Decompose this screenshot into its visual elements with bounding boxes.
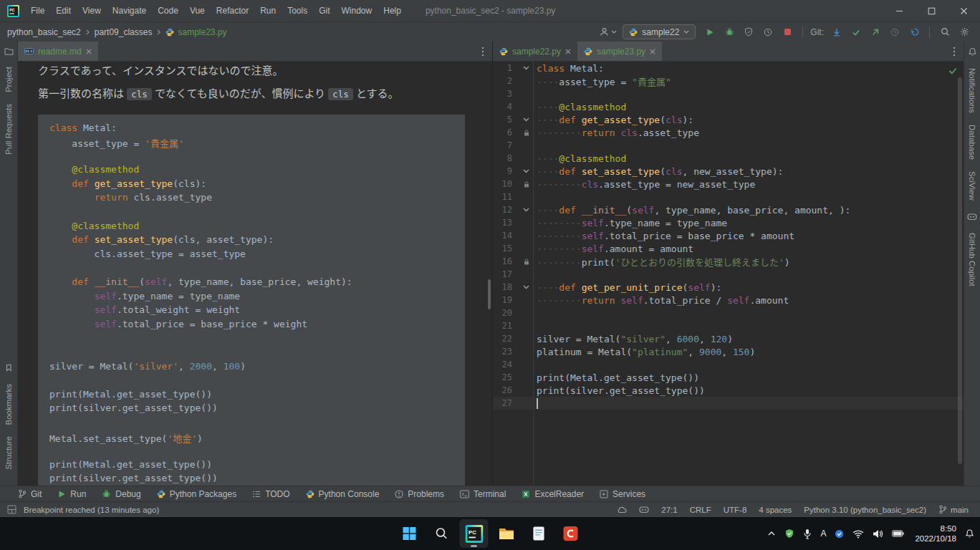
preview-scrollbar[interactable] <box>488 279 491 309</box>
tray-battery-icon[interactable] <box>892 530 904 537</box>
toolwindow-todo[interactable]: TODO <box>244 486 297 501</box>
cloud-status-icon[interactable] <box>617 506 627 513</box>
close-button[interactable] <box>948 0 980 21</box>
close-icon[interactable] <box>565 49 571 54</box>
git-branch-widget[interactable]: main <box>938 505 969 514</box>
menu-view[interactable]: View <box>77 0 107 21</box>
close-icon[interactable] <box>650 49 655 54</box>
run-button[interactable] <box>701 24 719 40</box>
tray-ime-indicator[interactable]: A <box>820 529 826 539</box>
taskbar-search-button[interactable] <box>428 519 456 548</box>
taskbar-red-app-button[interactable] <box>557 519 585 548</box>
menu-file[interactable]: File <box>25 0 50 21</box>
tool-button-github-copilot[interactable]: GitHub Copilot <box>968 233 976 286</box>
menu-refactor[interactable]: Refactor <box>211 0 254 21</box>
history-button[interactable] <box>886 24 903 40</box>
taskbar-pycharm-button[interactable]: PC <box>460 519 489 548</box>
tab-sample22-py[interactable]: sample22.py <box>493 42 577 61</box>
menu-code[interactable]: Code <box>152 0 184 21</box>
editor-line[interactable]: 16········print('ひととおりの引数を処理し終えました') <box>493 255 964 268</box>
editor-line[interactable]: 17 <box>493 268 964 281</box>
debug-button[interactable] <box>721 24 738 40</box>
menu-help[interactable]: Help <box>378 0 407 21</box>
menu-git[interactable]: Git <box>313 0 335 21</box>
editor-line[interactable]: 2····asset_type = "貴金属" <box>493 74 964 87</box>
tray-volume-icon[interactable] <box>873 529 883 539</box>
fold-marker[interactable] <box>512 208 533 212</box>
fold-marker[interactable] <box>512 285 533 289</box>
flag-icon[interactable] <box>5 364 12 372</box>
taskbar-explorer-button[interactable] <box>492 519 521 548</box>
coverage-button[interactable] <box>740 24 757 40</box>
taskbar-clock[interactable]: 8:50 2022/10/18 <box>915 524 956 544</box>
editor-line[interactable]: 20 <box>493 307 964 319</box>
toolwindow-python-console[interactable]: Python Console <box>298 486 388 501</box>
toolwindow-excelreader[interactable]: ExcelReader <box>514 486 592 501</box>
python-interpreter[interactable]: Python 3.10 (python_basic_sec2) <box>804 506 926 514</box>
tab-close-icon[interactable] <box>86 49 92 54</box>
editor-line[interactable]: 26print(silver.get_asset_type()) <box>493 384 964 397</box>
line-separator[interactable]: CRLF <box>690 506 711 514</box>
notification-center-icon[interactable] <box>965 529 974 539</box>
menu-vue[interactable]: Vue <box>184 0 211 21</box>
editor-line[interactable]: 10········cls.asset_type = new_asset_typ… <box>493 178 964 190</box>
menu-window[interactable]: Window <box>336 0 378 21</box>
editor-line[interactable]: 15········self.amount = amount <box>493 242 964 255</box>
search-everywhere-button[interactable] <box>936 24 953 40</box>
breadcrumb-item[interactable]: python_basic_sec2 <box>7 27 81 37</box>
editor-line[interactable]: 14········self.total_price = base_price … <box>493 229 964 242</box>
fold-marker[interactable] <box>512 169 533 173</box>
toolwindow-services[interactable]: Services <box>592 486 653 501</box>
tool-button-database[interactable]: Database <box>968 125 976 160</box>
editor-line[interactable]: 3 <box>493 87 964 100</box>
tray-microphone-icon[interactable] <box>803 529 812 539</box>
tray-hidden-icons-button[interactable] <box>767 531 776 536</box>
tool-window-switcher-icon[interactable] <box>7 505 16 514</box>
status-message[interactable]: Breakpoint reached (13 minutes ago) <box>24 506 159 514</box>
editor-line[interactable]: 8····@classmethod <box>493 152 964 165</box>
editor-line[interactable]: 22silver = Metal("silver", 6000, 120) <box>493 332 964 345</box>
fold-marker[interactable] <box>512 117 533 122</box>
menu-edit[interactable]: Edit <box>50 0 77 21</box>
file-encoding[interactable]: UTF-8 <box>724 506 747 514</box>
user-account-button[interactable] <box>600 24 617 40</box>
rollback-button[interactable] <box>905 24 923 40</box>
editor-line[interactable]: 13········self.type_name = type_name <box>493 216 964 229</box>
toolwindow-python-packages[interactable]: Python Packages <box>149 486 244 501</box>
tab-options-button[interactable] <box>945 42 964 61</box>
editor-scrollbar[interactable] <box>958 77 962 464</box>
toolwindow-terminal[interactable]: Terminal <box>452 486 514 501</box>
code-editor[interactable]: 1class Metal:2····asset_type = "貴金属"34··… <box>493 62 964 486</box>
editor-line[interactable]: 25print(Metal.get_asset_type()) <box>493 371 964 384</box>
tab-sample23-py[interactable]: sample23.py <box>577 42 662 61</box>
start-button[interactable] <box>395 519 424 548</box>
toolwindow-debug[interactable]: Debug <box>94 486 148 501</box>
stop-button[interactable] <box>779 24 796 40</box>
menu-tools[interactable]: Tools <box>282 0 313 21</box>
editor-line[interactable]: 9····def set_asset_type(cls, new_asset_t… <box>493 165 964 178</box>
tool-button-project[interactable]: Project <box>4 67 13 92</box>
editor-line[interactable]: 24 <box>493 358 964 371</box>
copilot-status-icon[interactable] <box>639 505 649 514</box>
settings-button[interactable] <box>956 24 973 40</box>
toolwindow-run[interactable]: Run <box>49 486 94 501</box>
tool-button-bookmarks[interactable]: Bookmarks <box>4 384 13 425</box>
editor-line[interactable]: 7 <box>493 139 964 152</box>
profiler-button[interactable] <box>759 24 777 40</box>
breadcrumb-item[interactable]: part09_classes <box>95 27 153 37</box>
tab-readme-md[interactable]: readme.md <box>18 42 98 61</box>
git-push-button[interactable] <box>867 24 884 40</box>
indent-setting[interactable]: 4 spaces <box>759 506 792 514</box>
breadcrumb-item[interactable]: sample23.py <box>165 27 226 37</box>
editor-line[interactable]: 27 <box>493 397 964 410</box>
editor-line[interactable]: 5····def get_asset_type(cls): <box>493 113 964 126</box>
menu-run[interactable]: Run <box>254 0 282 21</box>
tab-options-button[interactable] <box>474 42 492 61</box>
tray-security-icon[interactable] <box>784 529 794 539</box>
run-config-selector[interactable]: sample22 <box>623 24 696 39</box>
fold-marker[interactable] <box>512 66 533 70</box>
menu-navigate[interactable]: Navigate <box>107 0 152 21</box>
tray-app-icon[interactable] <box>835 529 844 539</box>
editor-line[interactable]: 19········return self.total_price / self… <box>493 294 964 307</box>
editor-line[interactable]: 1class Metal: <box>493 62 964 74</box>
